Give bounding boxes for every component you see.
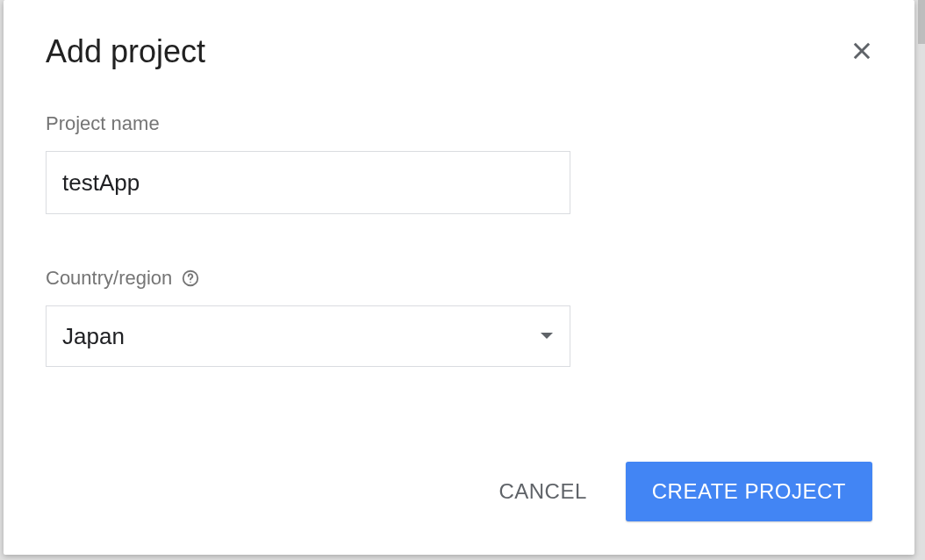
add-project-dialog: Add project Project name Country/region xyxy=(4,0,914,555)
country-region-select[interactable]: Japan xyxy=(46,305,570,367)
backdrop-edge xyxy=(918,0,925,44)
dialog-header: Add project xyxy=(46,33,872,70)
country-region-label: Country/region xyxy=(46,267,872,290)
country-region-group: Country/region Japan xyxy=(46,267,872,367)
country-region-value: Japan xyxy=(62,323,540,350)
help-icon[interactable] xyxy=(181,269,200,288)
close-button[interactable] xyxy=(844,34,879,69)
cancel-button[interactable]: CANCEL xyxy=(495,470,590,513)
country-region-label-text: Country/region xyxy=(46,267,172,290)
caret-down-icon xyxy=(540,328,554,344)
dialog-actions: CANCEL CREATE PROJECT xyxy=(495,462,872,521)
close-icon xyxy=(850,39,874,66)
project-name-input[interactable] xyxy=(46,151,570,214)
project-name-label: Project name xyxy=(46,112,872,135)
project-name-group: Project name xyxy=(46,112,872,214)
dialog-title: Add project xyxy=(46,33,205,70)
create-project-button[interactable]: CREATE PROJECT xyxy=(626,462,872,521)
svg-point-3 xyxy=(190,282,191,283)
